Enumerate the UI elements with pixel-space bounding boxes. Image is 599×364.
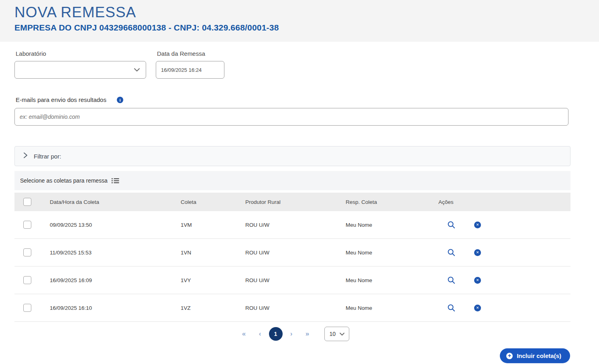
select-all-checkbox[interactable] bbox=[23, 198, 31, 206]
remove-icon[interactable]: ✕ bbox=[474, 249, 481, 256]
remove-icon[interactable]: ✕ bbox=[474, 305, 481, 311]
chevron-right-icon bbox=[23, 152, 28, 160]
cell-coleta: 1VM bbox=[181, 222, 245, 228]
laboratorio-field: Laboratório bbox=[14, 50, 146, 79]
search-icon[interactable] bbox=[447, 221, 455, 229]
table-row: 11/09/2025 15:53 1VN ROU U/W Meu Nome ✕ bbox=[14, 239, 570, 266]
column-header-acoes: Ações bbox=[438, 199, 570, 205]
search-icon[interactable] bbox=[447, 276, 455, 284]
info-icon[interactable]: i bbox=[117, 97, 123, 103]
column-header-datetime: Data/Hora da Coleta bbox=[50, 199, 181, 205]
cell-produtor: ROU U/W bbox=[245, 250, 346, 256]
cell-datetime: 09/09/2025 13:50 bbox=[50, 222, 181, 228]
data-remessa-field: Data da Remessa bbox=[156, 50, 224, 79]
chevron-down-icon bbox=[134, 66, 140, 73]
chevron-down-icon bbox=[339, 331, 345, 337]
table-row: 09/09/2025 13:50 1VM ROU U/W Meu Nome ✕ bbox=[14, 211, 570, 239]
row-checkbox[interactable] bbox=[23, 304, 31, 312]
search-icon[interactable] bbox=[447, 248, 455, 256]
table-row: 16/09/2025 16:09 1VY ROU U/W Meu Nome ✕ bbox=[14, 266, 570, 294]
table-header-row: Data/Hora da Coleta Coleta Produtor Rura… bbox=[14, 193, 570, 211]
cell-coleta: 1VN bbox=[181, 250, 245, 256]
pagination-next-button[interactable]: › bbox=[283, 330, 300, 338]
nova-remessa-page: NOVA REMESSA EMPRESA DO CNPJ 04329668000… bbox=[0, 0, 599, 364]
pagination-last-button[interactable]: » bbox=[300, 330, 316, 338]
cell-coleta: 1VZ bbox=[181, 305, 245, 311]
column-header-resp: Resp. Coleta bbox=[346, 199, 438, 205]
cell-datetime: 11/09/2025 15:53 bbox=[50, 250, 181, 256]
search-icon[interactable] bbox=[447, 304, 455, 312]
row-checkbox[interactable] bbox=[23, 248, 31, 256]
cell-resp: Meu Nome bbox=[346, 305, 438, 311]
table-row: 16/09/2025 16:10 1VZ ROU U/W Meu Nome ✕ bbox=[14, 294, 570, 322]
pagination-prev-button[interactable]: ‹ bbox=[252, 330, 268, 338]
company-subtitle: EMPRESA DO CNPJ 04329668000138 - CNPJ: 0… bbox=[14, 23, 585, 33]
cell-produtor: ROU U/W bbox=[245, 277, 346, 283]
cell-produtor: ROU U/W bbox=[245, 305, 346, 311]
coletas-titlebar: Selecione as coletas para remessa bbox=[14, 171, 570, 190]
filter-toggle[interactable]: Filtrar por: bbox=[14, 146, 570, 166]
form-top-row: Laboratório Data da Remessa bbox=[14, 50, 570, 79]
page-size-select[interactable]: 10 bbox=[324, 327, 349, 341]
column-header-produtor: Produtor Rural bbox=[245, 199, 346, 205]
remove-icon[interactable]: ✕ bbox=[474, 222, 481, 228]
list-icon[interactable] bbox=[112, 178, 119, 184]
laboratorio-select[interactable] bbox=[14, 61, 146, 79]
incluir-coletas-button[interactable]: + Incluir coleta(s) bbox=[500, 348, 570, 363]
filter-label: Filtrar por: bbox=[34, 153, 61, 160]
cell-resp: Meu Nome bbox=[346, 277, 438, 283]
cell-coleta: 1VY bbox=[181, 277, 245, 283]
coletas-section-title: Selecione as coletas para remessa bbox=[20, 177, 108, 184]
footer-actions: + Incluir coleta(s) bbox=[14, 348, 570, 363]
emails-label-row: E-mails para envio dos resultados i bbox=[16, 96, 570, 103]
emails-label: E-mails para envio dos resultados bbox=[16, 96, 106, 103]
column-header-coleta: Coleta bbox=[181, 199, 245, 205]
row-checkbox[interactable] bbox=[23, 221, 31, 229]
cell-produtor: ROU U/W bbox=[245, 222, 346, 228]
remove-icon[interactable]: ✕ bbox=[474, 277, 481, 284]
cell-resp: Meu Nome bbox=[346, 222, 438, 228]
cell-datetime: 16/09/2025 16:10 bbox=[50, 305, 181, 311]
pagination-first-button[interactable]: « bbox=[236, 330, 252, 338]
cell-datetime: 16/09/2025 16:09 bbox=[50, 277, 181, 283]
page-header: NOVA REMESSA EMPRESA DO CNPJ 04329668000… bbox=[0, 0, 599, 42]
row-checkbox[interactable] bbox=[23, 276, 31, 284]
coletas-panel: Selecione as coletas para remessa Data/H… bbox=[14, 171, 570, 341]
emails-input[interactable] bbox=[14, 108, 568, 126]
incluir-coletas-label: Incluir coleta(s) bbox=[517, 352, 561, 359]
laboratorio-label: Laboratório bbox=[16, 50, 146, 57]
cell-resp: Meu Nome bbox=[346, 250, 438, 256]
page-size-value: 10 bbox=[330, 331, 336, 337]
pagination-current-page[interactable]: 1 bbox=[269, 327, 283, 341]
pagination: « ‹ 1 › » 10 bbox=[14, 327, 570, 341]
data-remessa-input[interactable] bbox=[156, 61, 224, 79]
data-remessa-label: Data da Remessa bbox=[157, 50, 224, 57]
page-title: NOVA REMESSA bbox=[14, 4, 585, 21]
plus-icon: + bbox=[506, 353, 513, 359]
